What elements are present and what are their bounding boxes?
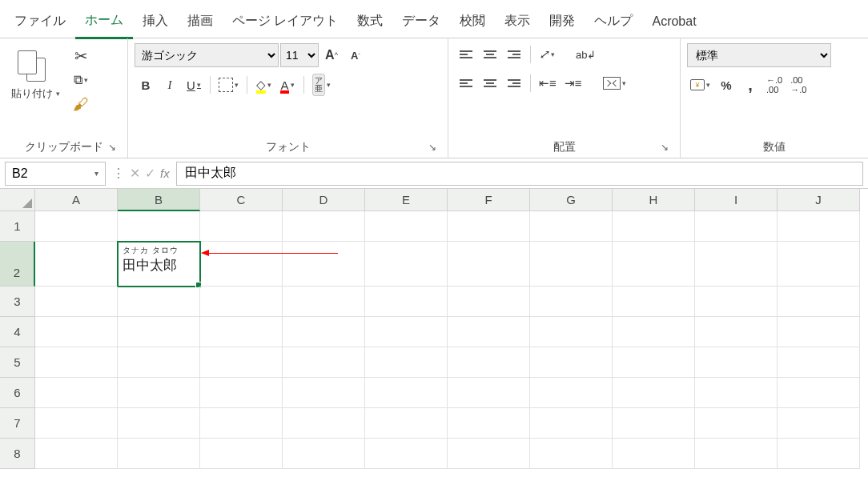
row-header-3[interactable]: 3 [0, 287, 35, 317]
cell-c4[interactable] [200, 317, 283, 347]
enter-icon[interactable]: ✓ [145, 166, 155, 181]
row-header-1[interactable]: 1 [0, 211, 35, 242]
cell-j8[interactable] [778, 439, 860, 469]
decrease-indent-button[interactable]: ⇤≡ [536, 72, 560, 94]
cell-j4[interactable] [778, 317, 860, 347]
cell-a4[interactable] [35, 317, 118, 347]
tab-draw[interactable]: 描画 [178, 6, 223, 38]
col-header-j[interactable]: J [778, 189, 860, 211]
cell-d6[interactable] [283, 378, 365, 408]
cell-i8[interactable] [695, 439, 778, 469]
cell-i2[interactable] [695, 242, 778, 287]
cell-h4[interactable] [613, 317, 695, 347]
cell-f6[interactable] [448, 378, 530, 408]
tab-developer[interactable]: 開発 [540, 6, 585, 38]
comma-button[interactable]: , [739, 74, 762, 96]
cell-g2[interactable] [530, 242, 613, 287]
phonetic-guide-button[interactable]: ア 亜 ▾ [309, 74, 334, 96]
cell-f8[interactable] [448, 439, 530, 469]
fill-color-button[interactable]: ◇▾ [252, 74, 275, 96]
format-painter-button[interactable]: 🖌 [70, 93, 92, 115]
cell-d1[interactable] [283, 211, 365, 242]
cell-j3[interactable] [778, 287, 860, 317]
cell-j2[interactable] [778, 242, 860, 287]
cell-i5[interactable] [695, 347, 778, 378]
tab-help[interactable]: ヘルプ [585, 6, 642, 38]
cell-d2[interactable] [283, 242, 365, 287]
col-header-f[interactable]: F [448, 189, 530, 211]
cell-e3[interactable] [365, 287, 448, 317]
cell-h7[interactable] [613, 408, 695, 439]
tab-page-layout[interactable]: ページ レイアウト [223, 6, 348, 38]
cell-e5[interactable] [365, 347, 448, 378]
cell-e1[interactable] [365, 211, 448, 242]
row-header-7[interactable]: 7 [0, 408, 35, 439]
cell-b1[interactable] [118, 211, 200, 242]
select-all-corner[interactable] [0, 189, 35, 211]
dialog-launcher-icon[interactable]: ↘ [106, 142, 118, 153]
align-left-button[interactable] [455, 72, 477, 94]
cell-a1[interactable] [35, 211, 118, 242]
col-header-g[interactable]: G [530, 189, 613, 211]
font-name-select[interactable]: 游ゴシック [135, 43, 279, 67]
cell-a3[interactable] [35, 287, 118, 317]
cancel-icon[interactable]: ✕ [130, 166, 140, 181]
number-format-select[interactable]: 標準 [687, 43, 831, 67]
cell-b8[interactable] [118, 439, 200, 469]
align-right-button[interactable] [503, 72, 525, 94]
tab-view[interactable]: 表示 [495, 6, 540, 38]
cell-j7[interactable] [778, 408, 860, 439]
underline-button[interactable]: U▾ [183, 74, 205, 96]
cell-e7[interactable] [365, 408, 448, 439]
cell-e2[interactable] [365, 242, 448, 287]
font-size-select[interactable]: 11 [280, 43, 319, 67]
cell-c2[interactable] [200, 242, 283, 287]
copy-button[interactable]: ⧉▾ [70, 69, 92, 91]
cell-a5[interactable] [35, 347, 118, 378]
merge-center-button[interactable]: ▾ [600, 72, 629, 94]
cell-f1[interactable] [448, 211, 530, 242]
decrease-font-button[interactable]: Aˇ [344, 44, 367, 66]
cell-h2[interactable] [613, 242, 695, 287]
name-box[interactable]: B2 ▾ [5, 162, 106, 186]
tab-acrobat[interactable]: Acrobat [642, 8, 705, 37]
tab-home[interactable]: ホーム [75, 6, 133, 39]
chevron-down-icon[interactable]: ▾ [94, 169, 98, 178]
cell-i7[interactable] [695, 408, 778, 439]
row-header-6[interactable]: 6 [0, 378, 35, 408]
col-header-c[interactable]: C [200, 189, 283, 211]
col-header-i[interactable]: I [695, 189, 778, 211]
col-header-h[interactable]: H [613, 189, 695, 211]
cell-b4[interactable] [118, 317, 200, 347]
row-header-2[interactable]: 2 [0, 242, 35, 287]
cell-f3[interactable] [448, 287, 530, 317]
cell-e4[interactable] [365, 317, 448, 347]
increase-indent-button[interactable]: ⇥≡ [561, 72, 585, 94]
cell-i3[interactable] [695, 287, 778, 317]
cell-a8[interactable] [35, 439, 118, 469]
cell-h1[interactable] [613, 211, 695, 242]
cell-i1[interactable] [695, 211, 778, 242]
currency-button[interactable]: ¥▾ [687, 74, 713, 96]
more-icon[interactable]: ⋮ [112, 166, 125, 181]
cell-h6[interactable] [613, 378, 695, 408]
col-header-a[interactable]: A [35, 189, 118, 211]
italic-button[interactable]: I [159, 74, 181, 96]
align-center-button[interactable] [479, 72, 501, 94]
borders-button[interactable]: ▾ [215, 74, 242, 96]
cell-c5[interactable] [200, 347, 283, 378]
percent-button[interactable]: % [715, 74, 737, 96]
cell-b3[interactable] [118, 287, 200, 317]
cell-b2[interactable]: タナカ タロウ 田中太郎 [118, 242, 200, 287]
cell-j6[interactable] [778, 378, 860, 408]
tab-formulas[interactable]: 数式 [348, 6, 392, 38]
row-header-5[interactable]: 5 [0, 347, 35, 378]
cell-b6[interactable] [118, 378, 200, 408]
cell-a2[interactable] [35, 242, 118, 287]
cell-g8[interactable] [530, 439, 613, 469]
cell-a6[interactable] [35, 378, 118, 408]
cell-a7[interactable] [35, 408, 118, 439]
cell-e6[interactable] [365, 378, 448, 408]
fx-icon[interactable]: fx [160, 166, 170, 180]
cell-b5[interactable] [118, 347, 200, 378]
